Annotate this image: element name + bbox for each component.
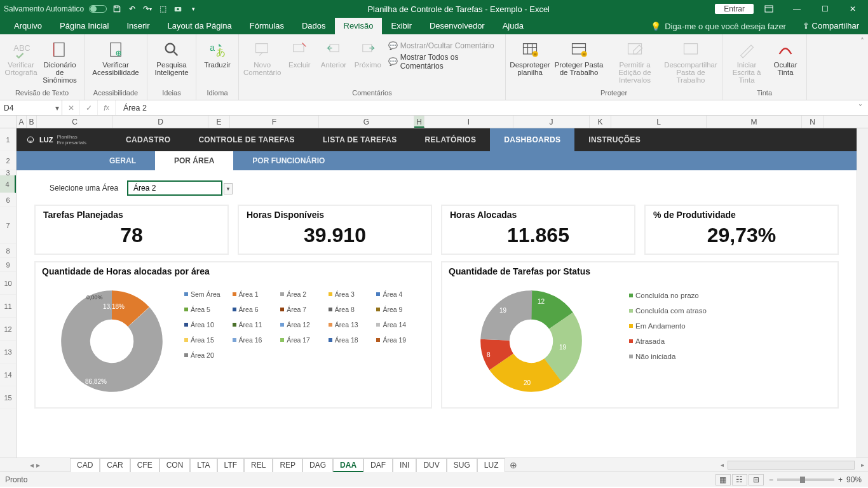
sheet-tab[interactable]: LUZ bbox=[477, 458, 506, 472]
ribbon-tab-página-inicial[interactable]: Página Inicial bbox=[51, 18, 118, 34]
smart-lookup-button[interactable]: Pesquisa Inteligente bbox=[151, 38, 192, 76]
subnav-por-funcionário[interactable]: POR FUNCIONÁRIO bbox=[233, 151, 344, 170]
row-header[interactable]: 7 bbox=[0, 207, 16, 244]
start-inking-button[interactable]: Iniciar Escrita à Tinta bbox=[726, 38, 767, 84]
dashnav-cadastro[interactable]: CADASTRO bbox=[112, 128, 184, 151]
column-header[interactable]: I bbox=[424, 116, 513, 128]
row-header[interactable]: 15 bbox=[0, 386, 16, 409]
sheet-tab[interactable]: CON bbox=[159, 458, 191, 472]
next-comment-button[interactable]: Próximo bbox=[351, 38, 384, 69]
sheet-tab[interactable]: DAG bbox=[302, 458, 333, 472]
sheet-tab[interactable]: INI bbox=[393, 458, 416, 472]
dashnav-lista-de-tarefas[interactable]: LISTA DE TAREFAS bbox=[309, 128, 411, 151]
expand-formula-bar-icon[interactable]: ˅ bbox=[853, 100, 868, 115]
sheet-tab[interactable]: DAF bbox=[363, 458, 393, 472]
touch-mode-icon[interactable]: ⬚ bbox=[158, 4, 168, 14]
maximize-icon[interactable]: ☐ bbox=[812, 0, 837, 18]
row-header[interactable]: 14 bbox=[0, 363, 16, 386]
sheet-tab[interactable]: CFE bbox=[130, 458, 159, 472]
row-header[interactable]: 1 bbox=[0, 128, 16, 151]
name-box-dropdown-icon[interactable]: ▾ bbox=[52, 104, 62, 112]
zoom-out-icon[interactable]: − bbox=[769, 475, 773, 484]
dashnav-instruções[interactable]: INSTRUÇÕES bbox=[574, 128, 654, 151]
vertical-scrollbar[interactable] bbox=[857, 128, 868, 458]
row-header[interactable]: 9 bbox=[0, 258, 16, 272]
undo-icon[interactable]: ↶ bbox=[127, 4, 137, 14]
column-header[interactable]: A bbox=[17, 116, 27, 128]
new-comment-button[interactable]: Novo Comentário bbox=[243, 38, 281, 76]
save-icon[interactable] bbox=[112, 4, 122, 14]
row-header[interactable]: 8 bbox=[0, 244, 16, 258]
ribbon-tab-ajuda[interactable]: Ajuda bbox=[494, 18, 532, 34]
sheet-tab[interactable]: LTF bbox=[217, 458, 244, 472]
subnav-geral[interactable]: GERAL bbox=[90, 151, 155, 170]
page-break-view-icon[interactable]: ⊟ bbox=[749, 474, 764, 485]
hscroll-right-icon[interactable]: ▸ bbox=[857, 461, 868, 468]
hscroll-left-icon[interactable]: ◂ bbox=[717, 461, 728, 468]
show-hide-comment-button[interactable]: 💬Mostrar/Ocultar Comentário bbox=[386, 41, 501, 51]
ribbon-tab-layout-da-página[interactable]: Layout da Página bbox=[159, 18, 241, 34]
sheet-tab[interactable]: DUV bbox=[416, 458, 446, 472]
column-header[interactable]: D bbox=[113, 116, 208, 128]
spelling-button[interactable]: ABCVerificar Ortografia bbox=[4, 38, 38, 76]
sheet-tab[interactable]: CAD bbox=[70, 458, 100, 472]
zoom-level[interactable]: 90% bbox=[846, 475, 862, 484]
ribbon-tab-dados[interactable]: Dados bbox=[293, 18, 335, 34]
formula-input[interactable]: Área 2 bbox=[116, 100, 853, 115]
page-layout-view-icon[interactable]: ☷ bbox=[732, 474, 747, 485]
autosave-toggle[interactable] bbox=[89, 5, 107, 13]
column-header[interactable]: H bbox=[414, 116, 424, 128]
ribbon-tab-fórmulas[interactable]: Fórmulas bbox=[241, 18, 293, 34]
row-header[interactable]: 13 bbox=[0, 341, 16, 363]
sheet-tab[interactable]: REP bbox=[273, 458, 302, 472]
sheet-tab[interactable]: SUG bbox=[447, 458, 477, 472]
unshare-workbook-button[interactable]: Descompartilhar Pasta de Trabalho bbox=[663, 38, 718, 84]
sheet-tab[interactable]: CAR bbox=[100, 458, 130, 472]
column-header[interactable]: L bbox=[611, 116, 707, 128]
select-all-corner[interactable] bbox=[0, 116, 17, 128]
ribbon-tab-revisão[interactable]: Revisão bbox=[335, 18, 383, 34]
column-header[interactable]: C bbox=[37, 116, 113, 128]
sign-in-button[interactable]: Entrar bbox=[715, 4, 754, 14]
cancel-formula-icon[interactable]: ✕ bbox=[62, 100, 80, 115]
normal-view-icon[interactable]: ▦ bbox=[715, 474, 731, 485]
previous-comment-button[interactable]: Anterior bbox=[317, 38, 350, 69]
collapse-ribbon-icon[interactable]: ˄ bbox=[860, 37, 864, 46]
dashnav-dashboards[interactable]: DASHBOARDS bbox=[490, 128, 574, 151]
row-header[interactable]: 10 bbox=[0, 272, 16, 295]
camera-icon[interactable] bbox=[173, 4, 183, 14]
enter-formula-icon[interactable]: ✓ bbox=[80, 100, 98, 115]
area-selector-cell[interactable]: Área 2 ▼ bbox=[127, 180, 222, 196]
minimize-icon[interactable]: — bbox=[784, 0, 810, 18]
name-box[interactable]: ▾ bbox=[0, 100, 62, 115]
sheet-tab[interactable]: REL bbox=[244, 458, 273, 472]
hide-ink-button[interactable]: Ocultar Tinta bbox=[768, 38, 803, 76]
new-sheet-button[interactable]: ⊕ bbox=[505, 460, 522, 470]
row-header[interactable]: 4 bbox=[0, 175, 16, 193]
dashnav-controle-de-tarefas[interactable]: CONTROLE DE TAREFAS bbox=[184, 128, 308, 151]
row-header[interactable]: 12 bbox=[0, 318, 16, 341]
column-header[interactable]: N bbox=[802, 116, 824, 128]
translate-button[interactable]: aあTraduzir bbox=[200, 38, 234, 69]
accessibility-button[interactable]: Verificar Acessibilidade bbox=[88, 38, 143, 76]
sheet-tab[interactable]: LTA bbox=[190, 458, 217, 472]
insert-function-icon[interactable]: fx bbox=[98, 100, 116, 115]
name-box-input[interactable] bbox=[0, 104, 52, 112]
sheet-tab[interactable]: DAA bbox=[333, 458, 363, 472]
thesaurus-button[interactable]: Dicionário de Sinônimos bbox=[39, 38, 80, 84]
column-header[interactable]: J bbox=[513, 116, 590, 128]
protect-workbook-button[interactable]: Proteger Pasta de Trabalho bbox=[552, 38, 606, 76]
zoom-control[interactable]: − + 90% bbox=[769, 475, 862, 484]
column-header[interactable]: K bbox=[590, 116, 611, 128]
subnav-por-área[interactable]: POR ÁREA bbox=[155, 151, 233, 170]
show-all-comments-button[interactable]: 💬Mostrar Todos os Comentários bbox=[386, 52, 501, 71]
ribbon-tab-inserir[interactable]: Inserir bbox=[118, 18, 158, 34]
horizontal-scrollbar[interactable] bbox=[728, 461, 855, 470]
qat-customize-icon[interactable]: ▾ bbox=[188, 4, 198, 14]
delete-comment-button[interactable]: Excluir bbox=[283, 38, 316, 69]
close-icon[interactable]: ✕ bbox=[840, 0, 865, 18]
column-header[interactable]: M bbox=[707, 116, 802, 128]
zoom-in-icon[interactable]: + bbox=[838, 475, 843, 484]
row-header[interactable]: 2 bbox=[0, 151, 16, 170]
sheet-tab-nav[interactable]: ◂ ▸ bbox=[0, 461, 70, 470]
